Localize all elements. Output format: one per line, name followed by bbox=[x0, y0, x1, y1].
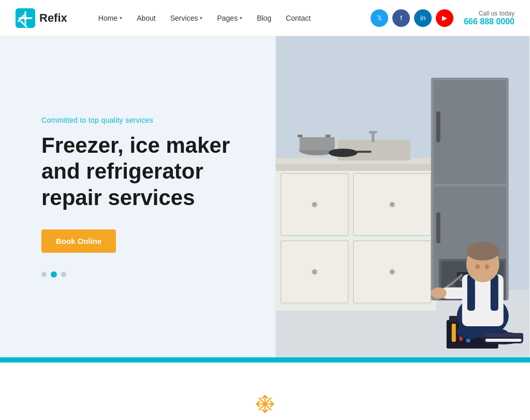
svg-rect-23 bbox=[300, 137, 335, 150]
svg-rect-27 bbox=[356, 151, 372, 153]
hero-section: Committed to top quality services Freeze… bbox=[0, 36, 530, 357]
svg-rect-53 bbox=[491, 274, 498, 311]
facebook-icon[interactable]: f bbox=[392, 9, 410, 27]
nav-link-home[interactable]: Home ▾ bbox=[98, 14, 122, 22]
svg-point-15 bbox=[390, 202, 395, 207]
nav-item-blog[interactable]: Blog bbox=[257, 14, 271, 22]
linkedin-icon[interactable]: in bbox=[414, 9, 432, 27]
nav-link-contact[interactable]: Contact bbox=[286, 14, 311, 22]
section-snowflake-icon bbox=[255, 394, 275, 416]
svg-rect-52 bbox=[467, 274, 475, 311]
svg-point-55 bbox=[466, 242, 499, 260]
services-section: WHAT WE DO Services we offer bbox=[0, 363, 530, 420]
svg-point-26 bbox=[329, 149, 358, 157]
cyan-bar bbox=[0, 357, 530, 363]
nav-link-services[interactable]: Services ▾ bbox=[170, 14, 203, 22]
main-nav: Home ▾AboutServices ▾Pages ▾BlogContact bbox=[88, 14, 311, 22]
svg-rect-41 bbox=[452, 324, 456, 342]
nav-link-pages[interactable]: Pages ▾ bbox=[217, 14, 242, 22]
slider-dot-1[interactable] bbox=[41, 272, 47, 277]
nav-dropdown-arrow-services: ▾ bbox=[200, 15, 202, 21]
book-online-button[interactable]: Book Online bbox=[41, 229, 116, 253]
svg-point-72 bbox=[263, 402, 267, 405]
header-right: 𝕏fin▶ Call us today 666 888 0000 bbox=[371, 9, 514, 27]
hero-right bbox=[275, 36, 530, 357]
nav-link-blog[interactable]: Blog bbox=[257, 14, 271, 22]
hero-left: Committed to top quality services Freeze… bbox=[0, 36, 275, 357]
svg-point-16 bbox=[312, 269, 317, 274]
site-header: Refix Home ▾AboutServices ▾Pages ▾BlogCo… bbox=[0, 0, 530, 36]
svg-point-59 bbox=[431, 287, 447, 299]
hero-title: Freezer, ice maker and refrigerator repa… bbox=[41, 133, 244, 211]
nav-dropdown-arrow-pages: ▾ bbox=[240, 15, 242, 21]
logo[interactable]: Refix bbox=[16, 8, 67, 28]
svg-rect-25 bbox=[326, 135, 331, 137]
call-number[interactable]: 666 888 0000 bbox=[464, 17, 514, 26]
svg-rect-49 bbox=[484, 333, 523, 337]
svg-rect-50 bbox=[485, 339, 522, 342]
nav-item-home[interactable]: Home ▾ bbox=[98, 14, 122, 22]
youtube-icon[interactable]: ▶ bbox=[436, 9, 453, 27]
hero-image bbox=[275, 36, 530, 357]
svg-rect-24 bbox=[298, 135, 303, 137]
slider-dots bbox=[41, 271, 244, 278]
nav-item-pages[interactable]: Pages ▾ bbox=[217, 14, 242, 22]
nav-item-services[interactable]: Services ▾ bbox=[170, 14, 203, 22]
slider-dot-3[interactable] bbox=[61, 272, 66, 277]
hero-tagline: Committed to top quality services bbox=[41, 116, 244, 124]
logo-text: Refix bbox=[39, 11, 67, 25]
nav-dropdown-arrow-home: ▾ bbox=[120, 15, 122, 21]
social-icons: 𝕏fin▶ bbox=[371, 9, 453, 27]
call-label: Call us today bbox=[464, 10, 514, 17]
svg-point-56 bbox=[476, 264, 480, 269]
logo-icon bbox=[16, 8, 35, 28]
nav-item-about[interactable]: About bbox=[137, 14, 156, 22]
svg-point-17 bbox=[390, 269, 395, 274]
call-area: Call us today 666 888 0000 bbox=[464, 10, 514, 26]
svg-point-5 bbox=[24, 16, 27, 20]
nav-link-about[interactable]: About bbox=[137, 14, 156, 22]
svg-rect-31 bbox=[436, 111, 440, 142]
nav-item-contact[interactable]: Contact bbox=[286, 14, 311, 22]
svg-rect-32 bbox=[436, 212, 440, 243]
svg-rect-21 bbox=[369, 131, 377, 134]
svg-point-14 bbox=[312, 202, 317, 207]
twitter-icon[interactable]: 𝕏 bbox=[371, 9, 388, 27]
svg-rect-29 bbox=[434, 80, 506, 184]
svg-point-57 bbox=[485, 264, 489, 269]
slider-dot-2[interactable] bbox=[51, 271, 57, 278]
